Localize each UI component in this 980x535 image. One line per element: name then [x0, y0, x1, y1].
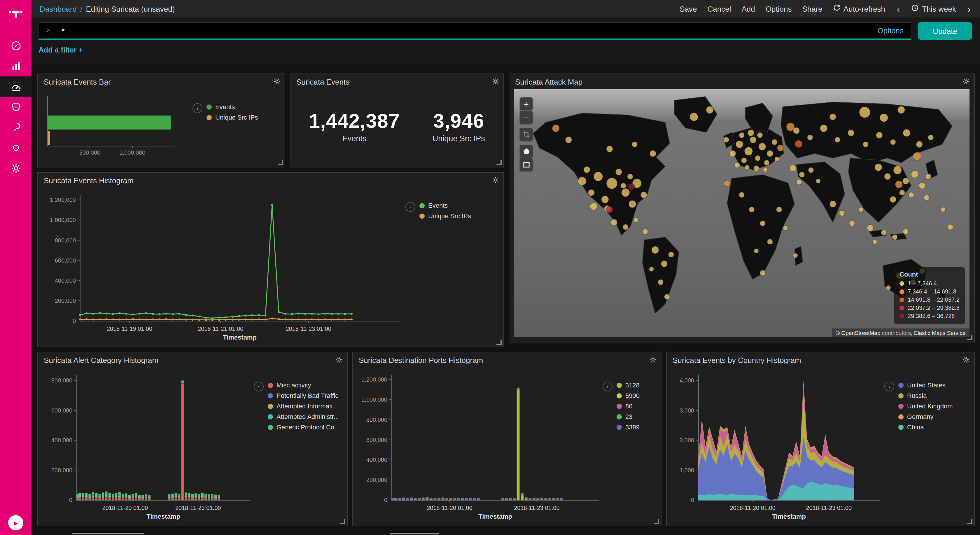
legend-toggle-icon[interactable]: › [603, 382, 612, 392]
share-button[interactable]: Share [802, 4, 822, 13]
sidebar-item-security-app[interactable] [0, 97, 32, 117]
fit-bounds-button[interactable] [520, 128, 533, 141]
svg-text:0: 0 [691, 497, 694, 503]
zoom-in-button[interactable]: + [520, 97, 533, 110]
attack-map[interactable]: + − [514, 89, 969, 337]
legend-item[interactable]: 14,691.8 – 22,037.2 [899, 296, 959, 303]
draw-polygon-button[interactable] [520, 145, 533, 158]
legend-item[interactable]: 7,346.4 – 14,691.8 [899, 288, 959, 295]
auto-refresh-button[interactable]: Auto-refresh [833, 4, 885, 13]
panel-gear-icon[interactable] [492, 176, 500, 186]
svg-text:600,000: 600,000 [51, 407, 72, 414]
panel-suricata-events-by-country-histogram: Suricata Events by Country Histogram 01,… [666, 352, 975, 526]
time-next-button[interactable]: › [967, 4, 972, 14]
legend-color-dot [899, 306, 904, 310]
resize-handle[interactable] [496, 160, 502, 165]
legend-item[interactable]: Events [419, 202, 471, 209]
legend-color-dot [898, 382, 904, 388]
legend-item[interactable]: Generic Protocol Co... [268, 424, 339, 431]
collapse-sidebar-button[interactable]: ▸ [8, 515, 23, 530]
query-options-link[interactable]: Options [877, 26, 904, 35]
legend-item[interactable]: Russia [898, 392, 953, 399]
legend-item[interactable]: 3389 [617, 424, 640, 431]
legend-item[interactable]: 29,382.6 – 36,728 [899, 313, 959, 319]
gear-icon [10, 163, 21, 174]
add-filter-link[interactable]: Add a filter + [38, 46, 83, 54]
time-prev-button[interactable]: ‹ [896, 4, 901, 14]
update-button[interactable]: Update [918, 22, 972, 40]
sidebar-item-visualize[interactable] [0, 56, 32, 76]
legend-item[interactable]: Unique Src IPs [419, 212, 471, 220]
svg-text:200,000: 200,000 [51, 467, 72, 473]
breadcrumb-dashboard-link[interactable]: Dashboard [40, 4, 77, 13]
legend-item[interactable]: 1 – 7,346.4 [899, 280, 959, 287]
legend-item[interactable]: Potentially Bad Traffic [268, 392, 339, 399]
top-navigation-bar: Dashboard / Editing Suricata (unsaved) S… [32, 0, 980, 18]
panel-gear-icon[interactable] [273, 77, 281, 88]
metric-value: 3,946 [433, 110, 485, 132]
legend-toggle-icon[interactable]: › [885, 382, 894, 392]
map-controls: + − [520, 97, 533, 171]
elastic-maps-service-link[interactable]: Elastic Maps Service [914, 330, 966, 336]
svg-text:Timestamp: Timestamp [772, 513, 806, 520]
legend-color-dot [419, 213, 425, 218]
events-by-country-chart[interactable]: 01,0002,0003,0004,0002018-11-20 01:00201… [671, 369, 885, 521]
legend-toggle-icon[interactable]: › [254, 382, 264, 392]
alert-category-chart[interactable]: 0200,000400,000600,000800,0002018-11-20 … [43, 369, 254, 521]
draw-rectangle-button[interactable] [520, 158, 533, 171]
svg-text:500,000: 500,000 [80, 150, 100, 156]
search-query-input[interactable]: >_ * Options [38, 22, 911, 40]
sidebar-item-dashboard[interactable] [0, 76, 32, 97]
options-button[interactable]: Options [766, 4, 792, 13]
legend-item[interactable]: 5900 [617, 392, 640, 399]
legend-item[interactable]: 3128 [617, 382, 640, 389]
legend-item[interactable]: 23 [617, 413, 640, 420]
metric-events: 1,442,387 Events [309, 110, 400, 143]
query-value[interactable]: * [62, 26, 878, 35]
resize-handle[interactable] [278, 160, 283, 165]
destination-ports-chart[interactable]: 0200,000400,000600,000800,0001,000,0001,… [358, 369, 603, 521]
legend-label: China [907, 424, 924, 431]
resize-handle[interactable] [967, 519, 972, 524]
panel-gear-icon[interactable] [963, 77, 970, 88]
panel-gear-icon[interactable] [963, 355, 970, 366]
add-button[interactable]: Add [742, 4, 755, 13]
sidebar-item-monitoring[interactable] [0, 138, 32, 158]
legend-item[interactable]: Attempted Administr... [268, 413, 339, 420]
legend-label: Potentially Bad Traffic [277, 392, 338, 399]
legend-item[interactable]: Attempted Informati... [268, 403, 339, 409]
svg-text:2018-11-20 01:00: 2018-11-20 01:00 [427, 505, 472, 511]
legend-toggle-icon[interactable]: › [406, 202, 415, 212]
events-histogram-chart[interactable]: 0200,000400,000600,000800,0001,000,0001,… [43, 189, 406, 342]
t-mobile-logo[interactable] [8, 5, 23, 23]
sidebar-item-discover[interactable] [0, 36, 32, 56]
panel-suricata-attack-map: Suricata Attack Map [509, 73, 975, 342]
sidebar-item-management[interactable] [0, 158, 32, 178]
legend-item[interactable]: Misc activity [268, 382, 339, 389]
sidebar-item-dev-tools[interactable] [0, 117, 32, 138]
openstreetmap-link[interactable]: © OpenStreetMap [835, 330, 880, 336]
legend-item[interactable]: Events [207, 103, 258, 110]
legend-item[interactable]: China [898, 424, 953, 431]
zoom-out-button[interactable]: − [520, 111, 533, 124]
legend-item[interactable]: 22,037.2 – 29,382.6 [899, 304, 959, 311]
legend-toggle-icon[interactable]: › [192, 103, 202, 113]
events-bar-chart[interactable]: 500,0001,000,000 [43, 91, 192, 162]
svg-text:1,000,000: 1,000,000 [50, 217, 76, 223]
legend-item[interactable]: Unique Src IPs [207, 114, 258, 121]
resize-handle[interactable] [340, 519, 345, 524]
legend-item[interactable]: United Kingdom [898, 403, 953, 409]
cancel-button[interactable]: Cancel [708, 4, 731, 13]
legend-color-dot [898, 424, 904, 430]
panel-gear-icon[interactable] [649, 355, 657, 366]
save-button[interactable]: Save [679, 4, 697, 13]
time-range-button[interactable]: This week [912, 4, 956, 13]
resize-handle[interactable] [496, 339, 502, 345]
legend-item[interactable]: Germany [898, 413, 953, 420]
legend-item[interactable]: 80 [617, 403, 640, 409]
panel-gear-icon[interactable] [492, 77, 500, 88]
panel-gear-icon[interactable] [336, 355, 343, 366]
svg-text:2018-11-23 01:00: 2018-11-23 01:00 [286, 326, 331, 332]
resize-handle[interactable] [654, 519, 659, 524]
legend-item[interactable]: United States [898, 382, 953, 389]
